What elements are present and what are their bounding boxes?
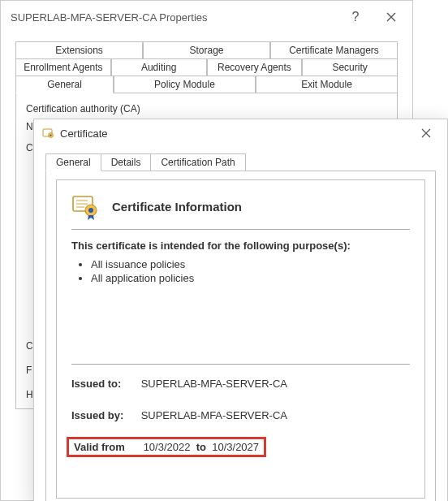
certificate-window: Certificate General Details Certificatio… (33, 119, 448, 501)
tab-exit-module[interactable]: Exit Module (256, 76, 398, 93)
certificate-icon (42, 127, 55, 140)
purpose-item: All issuance policies (91, 258, 410, 270)
tab-storage[interactable]: Storage (143, 41, 270, 58)
valid-to-label: to (196, 441, 206, 453)
certificate-info-heading: Certificate Information (112, 200, 242, 214)
properties-title: SUPERLAB-MFA-SERVER-CA Properties (11, 11, 338, 24)
certificate-title: Certificate (60, 127, 408, 140)
issued-to-label: Issued to: (71, 378, 138, 390)
close-icon (421, 128, 431, 138)
purpose-heading: This certificate is intended for the fol… (71, 240, 410, 252)
certificate-large-icon (71, 192, 101, 221)
issued-by-row: Issued by: SUPERLAB-MFA-SERVER-CA (71, 409, 410, 421)
svg-point-8 (88, 208, 93, 213)
close-button[interactable] (373, 2, 409, 32)
purpose-list: All issuance policies All application po… (91, 258, 410, 284)
divider (71, 364, 410, 365)
tab-auditing[interactable]: Auditing (111, 58, 207, 76)
issued-to-value: SUPERLAB-MFA-SERVER-CA (141, 378, 287, 390)
validity-row: Valid from 10/3/2022 to 10/3/2027 (67, 437, 266, 457)
tab-policy-module[interactable]: Policy Module (114, 76, 256, 93)
cert-tab-general[interactable]: General (45, 153, 101, 171)
tab-extensions[interactable]: Extensions (15, 41, 143, 58)
certificate-body: Certificate Information This certificate… (45, 171, 436, 501)
tab-general[interactable]: General (15, 76, 114, 93)
certificate-tabs: General Details Certification Path (34, 147, 447, 171)
help-button[interactable]: ? (338, 2, 373, 32)
purpose-item: All application policies (91, 272, 410, 284)
tab-recovery-agents[interactable]: Recovery Agents (207, 58, 303, 76)
ca-section-label: Certification authority (CA) (26, 103, 387, 114)
cert-tab-certification-path[interactable]: Certification Path (150, 153, 245, 171)
certificate-close-button[interactable] (408, 121, 444, 145)
valid-to-value: 10/3/2027 (212, 441, 259, 453)
issued-by-label: Issued by: (71, 409, 138, 421)
svg-point-2 (50, 134, 51, 136)
cert-tab-details[interactable]: Details (101, 153, 152, 171)
divider (71, 229, 410, 230)
issued-to-row: Issued to: SUPERLAB-MFA-SERVER-CA (71, 378, 410, 390)
close-icon (386, 12, 396, 22)
valid-from-label: Valid from (74, 441, 140, 453)
tab-enrollment-agents[interactable]: Enrollment Agents (15, 58, 111, 76)
certificate-titlebar: Certificate (34, 119, 447, 147)
tab-security[interactable]: Security (302, 58, 398, 76)
tab-certificate-managers[interactable]: Certificate Managers (270, 41, 398, 58)
valid-from-value: 10/3/2022 (144, 441, 191, 453)
certificate-panel: Certificate Information This certificate… (56, 179, 425, 499)
issued-by-value: SUPERLAB-MFA-SERVER-CA (141, 409, 287, 421)
properties-titlebar: SUPERLAB-MFA-SERVER-CA Properties ? (1, 1, 412, 33)
